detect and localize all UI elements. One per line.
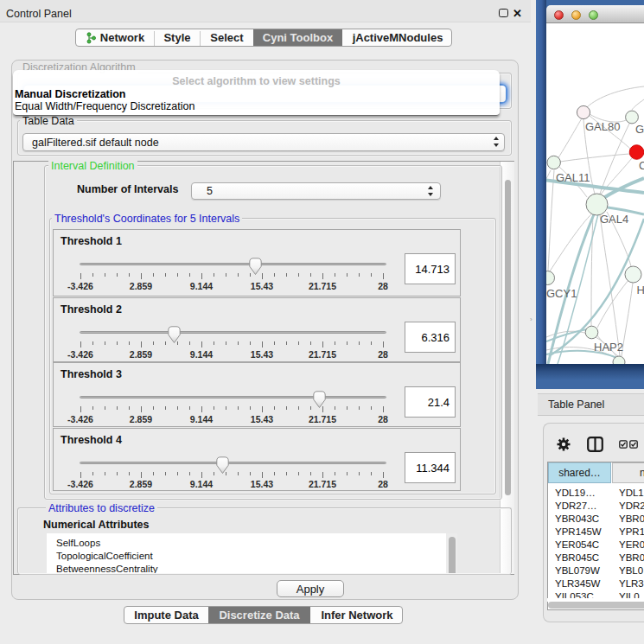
svg-text:H: H	[637, 284, 644, 296]
svg-text:GA: GA	[635, 123, 644, 136]
svg-text:GAL11: GAL11	[556, 171, 590, 184]
svg-text:GCY1: GCY1	[546, 287, 577, 300]
svg-text:GAL4: GAL4	[600, 213, 628, 226]
svg-text:HAP2: HAP2	[594, 341, 623, 354]
svg-text:C: C	[639, 159, 644, 172]
svg-text:GAL80: GAL80	[585, 120, 620, 133]
